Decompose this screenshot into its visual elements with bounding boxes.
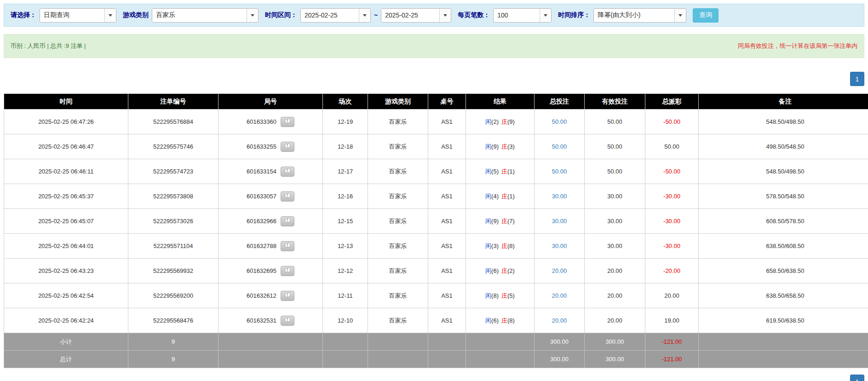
total-bet-link[interactable]: 30.00 xyxy=(552,242,567,249)
total-bet-link[interactable]: 50.00 xyxy=(552,143,567,150)
total-bet-link[interactable]: 50.00 xyxy=(552,118,567,125)
view-cards-button[interactable] xyxy=(281,266,294,276)
total-bet-link[interactable]: 20.00 xyxy=(552,317,567,324)
cell-round: 601632695 xyxy=(218,259,323,283)
subtotal-label: 小计 xyxy=(4,333,128,351)
cell-remark: 638.50/608.50 xyxy=(699,234,868,259)
total-bet-link[interactable]: 30.00 xyxy=(552,193,567,200)
cell-table-number: AS1 xyxy=(428,308,466,333)
total-cell xyxy=(466,351,535,368)
cell-valid-bet: 50.00 xyxy=(585,134,645,159)
cell-total-payout: 19.00 xyxy=(645,308,699,333)
page-1-button[interactable]: 1 xyxy=(850,375,864,381)
view-cards-button[interactable] xyxy=(281,291,294,301)
subtotal-cell xyxy=(218,333,323,351)
result-banker: 庄(2) xyxy=(501,267,515,274)
cell-valid-bet: 30.00 xyxy=(585,234,645,259)
result-player: 闲(4) xyxy=(485,193,499,200)
cards-icon xyxy=(284,193,291,200)
cell-result: 闲(6)庄(8) xyxy=(466,308,535,333)
column-header: 有效投注 xyxy=(585,94,645,110)
subtotal-cell xyxy=(368,333,428,351)
cell-round: 601632788 xyxy=(218,234,323,259)
cell-round: 601633057 xyxy=(218,184,323,209)
bet-record-row: 2025-02-25 06:42:54522295569200601632612… xyxy=(4,283,868,308)
game-category-combobox xyxy=(152,8,259,23)
date-to-input[interactable] xyxy=(381,9,439,22)
query-button[interactable]: 查询 xyxy=(693,8,719,23)
total-cell: 300.00 xyxy=(535,351,585,368)
date-from-dropdown-button[interactable] xyxy=(359,9,370,22)
column-header: 时间 xyxy=(4,94,128,110)
cell-valid-bet: 20.00 xyxy=(585,283,645,308)
pagination-bottom: 1 xyxy=(4,375,864,381)
total-bet-link[interactable]: 50.00 xyxy=(552,168,567,175)
result-player: 闲(9) xyxy=(485,218,499,225)
per-page-input[interactable] xyxy=(494,9,540,22)
cell-bet-id: 522295569200 xyxy=(128,283,218,308)
view-cards-button[interactable] xyxy=(281,241,294,251)
total-bet-link[interactable]: 30.00 xyxy=(552,218,567,225)
cards-icon xyxy=(284,267,291,275)
cards-icon xyxy=(284,242,291,250)
chevron-down-icon xyxy=(363,14,367,17)
bet-record-row: 2025-02-25 06:42:24522295568476601632531… xyxy=(4,308,868,333)
cell-session: 12-18 xyxy=(323,134,368,159)
cell-round: 601633360 xyxy=(218,110,323,134)
view-cards-button[interactable] xyxy=(281,142,294,152)
cell-result: 闲(6)庄(2) xyxy=(466,259,535,283)
time-sort-input[interactable] xyxy=(594,9,674,22)
chevron-down-icon xyxy=(544,14,547,17)
round-number: 601633057 xyxy=(247,193,276,200)
page-1-button[interactable]: 1 xyxy=(850,72,864,86)
cell-remark: 608.50/578.50 xyxy=(699,209,868,234)
query-type-dropdown-button[interactable] xyxy=(104,9,116,22)
view-cards-button[interactable] xyxy=(281,316,294,326)
total-bet-link[interactable]: 20.00 xyxy=(552,292,567,299)
cell-total-payout: -50.00 xyxy=(645,159,699,184)
cell-table-number: AS1 xyxy=(428,159,466,184)
result-banker: 庄(8) xyxy=(501,242,515,249)
total-row: 总计9300.00300.00-121.00 xyxy=(4,351,868,368)
round-number: 601633255 xyxy=(247,143,276,150)
game-category-input[interactable] xyxy=(152,9,247,22)
cell-total-bet: 30.00 xyxy=(535,209,585,234)
view-cards-button[interactable] xyxy=(281,167,294,177)
cell-round: 601632612 xyxy=(218,283,323,308)
total-cell: 9 xyxy=(128,351,218,368)
cell-remark: 548.50/498.50 xyxy=(699,110,868,134)
cell-time: 2025-02-25 06:42:24 xyxy=(4,308,128,333)
total-cell xyxy=(218,351,323,368)
view-cards-button[interactable] xyxy=(281,191,294,202)
time-sort-label: 时间排序： xyxy=(558,11,590,19)
result-player: 闲(6) xyxy=(485,317,499,324)
cell-bet-id: 522295568476 xyxy=(128,308,218,333)
cell-session: 12-15 xyxy=(323,209,368,234)
game-category-dropdown-button[interactable] xyxy=(247,9,258,22)
cell-table-number: AS1 xyxy=(428,283,466,308)
view-cards-button[interactable] xyxy=(281,117,294,127)
total-cell: 300.00 xyxy=(585,351,645,368)
cell-game-category: 百家乐 xyxy=(368,159,428,184)
select-type-label: 请选择： xyxy=(11,11,36,19)
date-from-input[interactable] xyxy=(301,9,359,22)
bet-record-row: 2025-02-25 06:45:37522295573808601633057… xyxy=(4,184,868,209)
bet-record-row: 2025-02-25 06:43:23522295569932601632695… xyxy=(4,259,868,283)
total-bet-link[interactable]: 20.00 xyxy=(552,267,567,274)
cell-bet-id: 522295573026 xyxy=(128,209,218,234)
cell-table-number: AS1 xyxy=(428,184,466,209)
time-sort-dropdown-button[interactable] xyxy=(674,9,686,22)
round-number: 601632612 xyxy=(247,292,276,299)
cell-time: 2025-02-25 06:44:01 xyxy=(4,234,128,259)
column-header: 总派彩 xyxy=(645,94,699,110)
cell-bet-id: 522295571104 xyxy=(128,234,218,259)
date-range-separator: ~ xyxy=(374,12,378,19)
result-player: 闲(8) xyxy=(485,292,499,299)
subtotal-cell: 300.00 xyxy=(585,333,645,351)
per-page-dropdown-button[interactable] xyxy=(540,9,551,22)
cell-session: 12-13 xyxy=(323,234,368,259)
view-cards-button[interactable] xyxy=(281,216,294,226)
bet-records-table: 时间注单编号局号场次游戏类别桌号结果总投注有效投注总派彩备注 2025-02-2… xyxy=(4,93,868,368)
date-to-dropdown-button[interactable] xyxy=(439,9,451,22)
query-type-input[interactable] xyxy=(40,9,104,22)
